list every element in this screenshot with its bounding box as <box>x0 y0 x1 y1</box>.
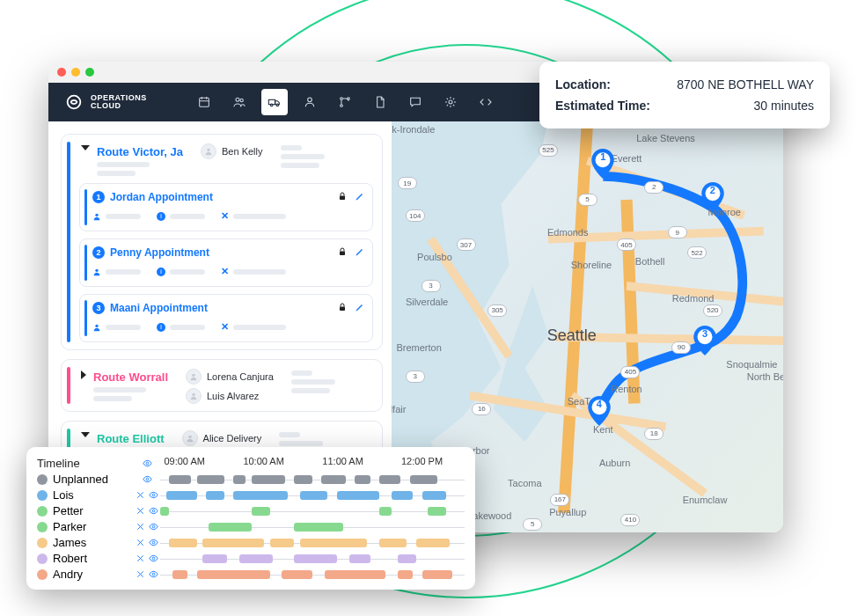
window-close-button[interactable] <box>57 68 66 77</box>
toolbar-truck-button[interactable] <box>261 89 288 115</box>
timeline-lane[interactable] <box>160 553 465 565</box>
toolbar-branch-button[interactable] <box>332 89 358 115</box>
timeline-bar[interactable] <box>209 523 251 532</box>
appointment-card[interactable]: 2Penny Appointmenti✕ <box>79 238 373 287</box>
appointment-title: Penny Appointment <box>110 246 209 259</box>
timeline-bar[interactable] <box>379 507 392 516</box>
timeline-bar[interactable] <box>282 570 312 579</box>
timeline-bar[interactable] <box>294 523 342 532</box>
timeline-bar[interactable] <box>422 570 453 579</box>
edit-icon[interactable] <box>355 245 365 260</box>
timeline-row-controls[interactable] <box>134 474 160 484</box>
toolbar-code-button[interactable] <box>473 89 499 115</box>
timeline-bar[interactable] <box>410 475 437 484</box>
timeline-bar[interactable] <box>233 475 246 484</box>
timeline-bar[interactable] <box>252 475 285 484</box>
timeline-row-controls[interactable] <box>134 490 160 500</box>
appointment-card[interactable]: 1Jordan Appointmenti✕ <box>79 183 373 231</box>
timeline-bar[interactable] <box>337 491 379 500</box>
timeline-row-controls[interactable] <box>134 554 160 563</box>
map-city-label: Poulsbo <box>417 252 452 262</box>
appointment-title: Maani Appointment <box>110 302 208 314</box>
map-city-label: elfair <box>392 404 406 414</box>
timeline-bar[interactable] <box>206 491 224 500</box>
timeline-bar[interactable] <box>233 491 288 500</box>
window-minimize-button[interactable] <box>71 68 80 77</box>
timeline-bar[interactable] <box>355 475 370 484</box>
appointment-number-badge: 1 <box>92 191 105 203</box>
toolbar-gear-button[interactable] <box>437 89 464 115</box>
timeline-bar[interactable] <box>169 475 190 484</box>
timeline-row-controls[interactable] <box>134 569 160 579</box>
timeline-lane[interactable] <box>160 521 465 533</box>
timeline-bar[interactable] <box>379 475 400 484</box>
timeline-bar[interactable] <box>422 491 447 500</box>
timeline-lane[interactable] <box>160 489 465 502</box>
timeline-bar[interactable] <box>197 475 224 484</box>
timeline-bar[interactable] <box>202 554 227 563</box>
timeline-bar[interactable] <box>300 491 327 500</box>
timeline-bar[interactable] <box>398 554 416 563</box>
toolbar-chat-button[interactable] <box>402 89 429 115</box>
timeline-bar[interactable] <box>416 539 450 547</box>
timeline-bar[interactable] <box>252 507 270 516</box>
timeline-bar[interactable] <box>321 475 346 484</box>
timeline-bar[interactable] <box>197 570 270 579</box>
timeline-row-label: Petter <box>37 504 134 517</box>
timeline-header-visibility[interactable] <box>134 458 160 468</box>
timeline-row-controls[interactable] <box>134 506 160 516</box>
highway-shield: 5 <box>523 518 542 531</box>
highway-shield: 525 <box>539 144 558 157</box>
timeline-row-controls[interactable] <box>134 538 160 547</box>
edit-icon[interactable] <box>355 300 365 316</box>
appointment-card[interactable]: 3Maani Appointmenti✕ <box>79 294 373 342</box>
timeline-bar[interactable] <box>294 554 336 563</box>
timeline-lane[interactable] <box>160 568 465 581</box>
timeline-bar[interactable] <box>169 539 196 547</box>
highway-shield: 520 <box>703 304 722 317</box>
timeline-bar[interactable] <box>349 554 370 563</box>
map-city-label: North Bend <box>747 371 783 382</box>
route-card-victor[interactable]: Route Victor, JaBen Kelly1Jordan Appoint… <box>61 134 383 350</box>
highway-shield: 9 <box>668 226 687 238</box>
timeline-row-controls[interactable] <box>134 522 160 532</box>
caret-down-icon[interactable] <box>81 432 90 437</box>
timeline-lane[interactable] <box>160 505 465 517</box>
timeline-bar[interactable] <box>398 570 413 579</box>
timeline-lane[interactable] <box>160 473 465 486</box>
svg-point-9 <box>308 98 312 102</box>
toolbar-file-button[interactable] <box>367 89 393 115</box>
person-icon <box>303 95 317 109</box>
map-city-label: Shoreline <box>571 260 612 270</box>
toolbar-calendar-button[interactable] <box>191 89 217 115</box>
svg-point-39 <box>146 478 149 480</box>
edit-icon[interactable] <box>355 189 365 205</box>
brand-text: OPERATIONSCLOUD <box>91 94 147 110</box>
timeline-bar[interactable] <box>379 539 407 547</box>
timeline-bar[interactable] <box>325 570 385 579</box>
timeline-hour-label: 10:00 AM <box>243 456 283 466</box>
assignee-name: Ben Kelly <box>222 146 262 157</box>
caret-right-icon[interactable] <box>81 370 86 379</box>
route-card-worrall[interactable]: Route WorrallLorena CanjuraLuis Alvarez <box>61 359 383 412</box>
lock-icon <box>337 300 348 316</box>
svg-line-32 <box>572 396 705 494</box>
toolbar-person-button[interactable] <box>297 89 323 115</box>
timeline-bar[interactable] <box>202 539 263 547</box>
highway-shield: 522 <box>687 246 707 259</box>
toolbar-users-button[interactable] <box>226 89 253 115</box>
timeline-bar[interactable] <box>239 554 273 563</box>
timeline-bar[interactable] <box>160 507 169 516</box>
window-maximize-button[interactable] <box>85 68 94 77</box>
timeline-bar[interactable] <box>392 491 413 500</box>
svg-rect-0 <box>200 98 209 106</box>
timeline-bar[interactable] <box>428 507 446 516</box>
timeline-bar[interactable] <box>270 539 295 547</box>
timeline-bar[interactable] <box>166 491 197 500</box>
caret-down-icon[interactable] <box>81 145 90 150</box>
timeline-bar[interactable] <box>300 539 367 547</box>
timeline-bar[interactable] <box>172 570 187 579</box>
highway-shield: 19 <box>398 177 417 189</box>
timeline-bar[interactable] <box>294 475 312 484</box>
timeline-lane[interactable] <box>160 537 465 549</box>
